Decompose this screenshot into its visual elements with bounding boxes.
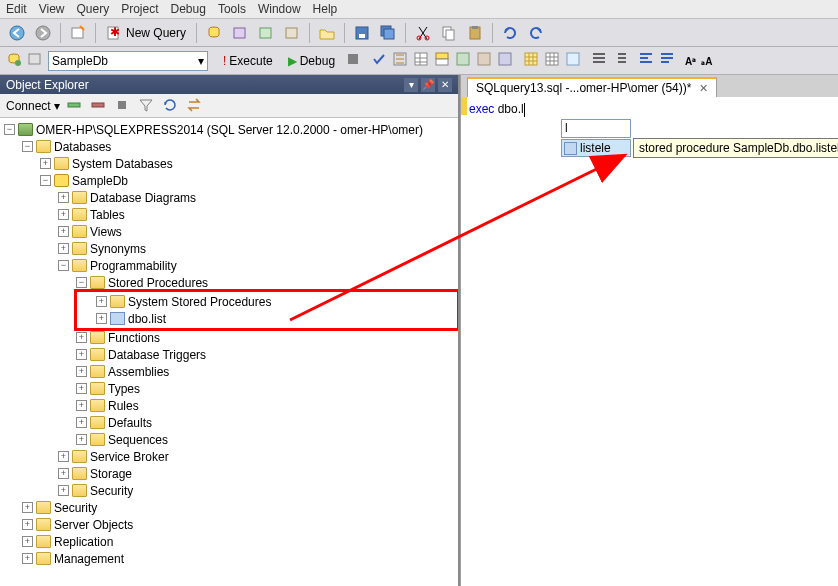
tree-rules[interactable]: Rules: [108, 399, 139, 413]
tree-sampledb[interactable]: SampleDb: [72, 174, 128, 188]
expander-prog[interactable]: −: [58, 260, 69, 271]
menu-query[interactable]: Query: [76, 2, 109, 16]
tb2-icon-a[interactable]: [455, 51, 471, 70]
tb2-grid-2[interactable]: [523, 51, 539, 70]
oe-refresh-icon[interactable]: [162, 97, 180, 115]
execute-button[interactable]: ! Execute: [218, 54, 278, 68]
tb2-results-icon[interactable]: [434, 51, 450, 70]
new-project-icon[interactable]: [67, 22, 89, 44]
tb2-grid-4[interactable]: [565, 51, 581, 70]
tb2-grid-1[interactable]: [413, 51, 429, 70]
tree-storage[interactable]: Storage: [90, 467, 132, 481]
expander-sampledb[interactable]: −: [40, 175, 51, 186]
pin-icon[interactable]: 📌: [421, 78, 435, 92]
indent-in-icon[interactable]: [612, 51, 628, 70]
intellisense-list[interactable]: listele: [561, 139, 631, 157]
save-icon[interactable]: [351, 22, 373, 44]
oe-filter-icon[interactable]: [138, 97, 156, 115]
menu-project[interactable]: Project: [121, 2, 158, 16]
tree-types[interactable]: Types: [108, 382, 140, 396]
menu-help[interactable]: Help: [313, 2, 338, 16]
database-dropdown[interactable]: SampleDb ▾: [48, 51, 208, 71]
tree-tables[interactable]: Tables: [90, 208, 125, 222]
tree-replication[interactable]: Replication: [54, 535, 113, 549]
expander-databases[interactable]: −: [22, 141, 33, 152]
tree-security[interactable]: Security: [54, 501, 97, 515]
close-icon[interactable]: ✕: [438, 78, 452, 92]
tree-functions[interactable]: Functions: [108, 331, 160, 345]
tree-sequences[interactable]: Sequences: [108, 433, 168, 447]
menu-edit[interactable]: Edit: [6, 2, 27, 16]
tree-management[interactable]: Management: [54, 552, 124, 566]
tab-close-icon[interactable]: ✕: [699, 82, 708, 95]
tb2-icon-1[interactable]: [6, 51, 22, 70]
stop-icon[interactable]: [345, 51, 361, 70]
open-file-icon[interactable]: [316, 22, 338, 44]
sql-editor[interactable]: exec dbo.l l listele stored procedure Sa…: [461, 97, 838, 586]
parse-icon[interactable]: [371, 51, 387, 70]
tree-programmability[interactable]: Programmability: [90, 259, 177, 273]
editor-tab-label: SQLquery13.sql -...omer-HP\omer (54))*: [476, 81, 691, 95]
menu-tools[interactable]: Tools: [218, 2, 246, 16]
expander[interactable]: +: [40, 158, 51, 169]
dropdown-icon[interactable]: ▾: [404, 78, 418, 92]
tree-dbtriggers[interactable]: Database Triggers: [108, 348, 206, 362]
svg-point-13: [417, 36, 421, 40]
oe-stop-icon[interactable]: [114, 97, 132, 115]
folder-icon: [90, 348, 105, 361]
indent-out-icon[interactable]: [591, 51, 607, 70]
tb2-icon-2[interactable]: [27, 51, 43, 70]
tree-dbolist[interactable]: dbo.list: [128, 312, 166, 326]
new-query-button[interactable]: ✱ New Query: [102, 25, 190, 41]
tree-serverobjects[interactable]: Server Objects: [54, 518, 133, 532]
connect-button[interactable]: Connect ▾: [6, 99, 60, 113]
intellisense-filter[interactable]: l: [561, 119, 631, 138]
tb-icon-1[interactable]: [229, 22, 251, 44]
tb-icon-2[interactable]: [255, 22, 277, 44]
tree-security-inner[interactable]: Security: [90, 484, 133, 498]
paste-icon[interactable]: [464, 22, 486, 44]
debug-button[interactable]: ▶ Debug: [283, 54, 340, 68]
copy-icon[interactable]: [438, 22, 460, 44]
tb2-lower-icon[interactable]: ₐA: [701, 54, 712, 68]
plan-icon[interactable]: [392, 51, 408, 70]
undo-icon[interactable]: [499, 22, 521, 44]
tree-assemblies[interactable]: Assemblies: [108, 365, 169, 379]
oe-connect-icon[interactable]: [66, 97, 84, 115]
intellisense-item[interactable]: listele: [562, 140, 630, 156]
tree-sysstoredproc[interactable]: System Stored Procedures: [128, 295, 271, 309]
cut-icon[interactable]: [412, 22, 434, 44]
expander-server[interactable]: −: [4, 124, 15, 135]
tb2-upper-icon[interactable]: Aᵃ: [685, 54, 696, 68]
menu-debug[interactable]: Debug: [171, 2, 206, 16]
tree-views[interactable]: Views: [90, 225, 122, 239]
menubar[interactable]: Edit View Query Project Debug Tools Wind…: [0, 0, 838, 19]
tree-storedproc[interactable]: Stored Procedures: [108, 276, 208, 290]
uncomment-icon[interactable]: [659, 51, 675, 70]
tree-synonyms[interactable]: Synonyms: [90, 242, 146, 256]
tb2-icon-b[interactable]: [476, 51, 492, 70]
tb-icon-3[interactable]: [281, 22, 303, 44]
tree-servicebroker[interactable]: Service Broker: [90, 450, 169, 464]
menu-view[interactable]: View: [39, 2, 65, 16]
tree-server[interactable]: OMER-HP\SQLEXPRESS2014 (SQL Server 12.0.…: [36, 123, 423, 137]
open-db-icon[interactable]: [203, 22, 225, 44]
redo-icon[interactable]: [525, 22, 547, 44]
save-all-icon[interactable]: [377, 22, 399, 44]
folder-icon: [72, 450, 87, 463]
menu-window[interactable]: Window: [258, 2, 301, 16]
comment-icon[interactable]: [638, 51, 654, 70]
tb2-icon-c[interactable]: [497, 51, 513, 70]
tb2-grid-3[interactable]: [544, 51, 560, 70]
oe-sync-icon[interactable]: [186, 97, 204, 115]
nav-fwd-button[interactable]: [32, 22, 54, 44]
editor-tab[interactable]: SQLquery13.sql -...omer-HP\omer (54))* ✕: [467, 77, 717, 97]
tree-defaults[interactable]: Defaults: [108, 416, 152, 430]
nav-back-button[interactable]: [6, 22, 28, 44]
oe-disconnect-icon[interactable]: [90, 97, 108, 115]
object-explorer-tree[interactable]: −OMER-HP\SQLEXPRESS2014 (SQL Server 12.0…: [0, 118, 458, 586]
tree-dbdiagrams[interactable]: Database Diagrams: [90, 191, 196, 205]
expander-sp[interactable]: −: [76, 277, 87, 288]
tree-databases[interactable]: Databases: [54, 140, 111, 154]
tree-sysdb[interactable]: System Databases: [72, 157, 173, 171]
